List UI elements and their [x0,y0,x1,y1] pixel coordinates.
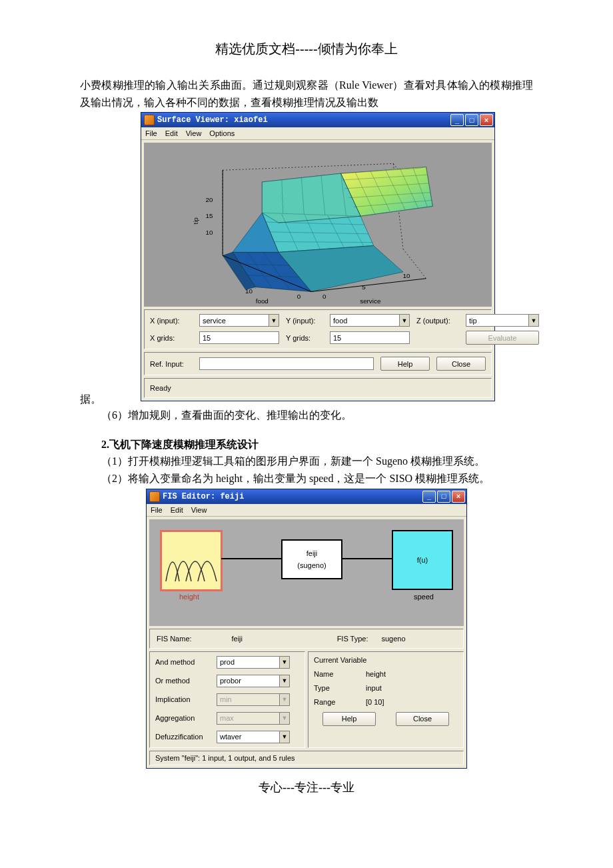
x-grids-field[interactable]: 15 [199,331,279,344]
window-title: FIS Editor: feiji [163,492,244,501]
status-bar: Ready [144,378,492,398]
ref-panel: Ref. Input: Help Close [144,352,492,375]
fis-center-box[interactable]: feiji (sugeno) [281,539,342,579]
maximize-button[interactable]: □ [437,491,450,503]
chevron-down-icon: ▼ [279,731,289,743]
x-input-combo[interactable]: service ▼ [199,314,279,327]
implication-label: Implication [155,695,211,703]
chevron-down-icon: ▼ [279,675,289,687]
fis-input-box[interactable] [160,530,223,591]
output-var-label: speed [394,593,453,601]
ref-input-label: Ref. Input: [150,360,193,368]
close-window-button[interactable]: × [480,114,493,126]
section-2-title: 2.飞机下降速度模糊推理系统设计 [80,436,533,453]
close-button[interactable]: Close [396,712,449,726]
page-header: 精选优质文档-----倾情为你奉上 [80,40,533,58]
or-method-combo[interactable]: probor ▼ [217,675,290,687]
svg-text:food: food [256,297,269,305]
aggregation-label: Aggregation [155,714,211,722]
y-grids-label: Y grids: [286,334,323,342]
input-var-label: height [160,593,219,601]
help-button[interactable]: Help [380,357,430,371]
or-method-label: Or method [155,677,211,685]
close-window-button[interactable]: × [452,491,465,503]
surface-plot[interactable]: 10 15 20 tip 10 5 0 food 0 5 10 service [144,143,492,307]
paragraph-step2: （2）将输入变量命名为 height，输出变量为 speed，这是一个 SISO… [80,470,533,487]
y-input-combo[interactable]: food ▼ [330,314,410,327]
menu-edit[interactable]: Edit [171,506,183,514]
z-output-combo[interactable]: tip ▼ [466,314,539,327]
paragraph-1-tail: 据。 [80,393,101,407]
minimize-button[interactable]: _ [422,491,436,503]
menubar: File Edit View [147,504,466,517]
menu-file[interactable]: File [151,506,163,514]
chevron-down-icon: ▼ [399,315,409,326]
implication-combo: min ▼ [217,693,290,706]
cv-type-value: input [366,684,458,692]
fis-name-label: FIS Name: [157,635,232,643]
controls-panel: X (input): service ▼ Y (input): food ▼ Z… [144,309,492,349]
status-bar: System "feiji": 1 input, 1 output, and 5… [149,751,464,765]
svg-text:15: 15 [205,212,213,219]
svg-text:5: 5 [362,284,366,291]
fis-name-row: FIS Name: feiji FIS Type: sugeno [149,629,464,649]
y-input-label: Y (input): [286,317,323,325]
and-method-label: And method [155,658,211,666]
fis-methods-panel: And method prod ▼ Or method probor ▼ Imp… [149,651,305,748]
minimize-button[interactable]: _ [450,114,464,126]
y-grids-field[interactable]: 15 [330,331,410,344]
paragraph-1: 小费模糊推理的输入输出关系曲面。通过规则观察器（Rule Viewer）查看对具… [80,77,533,111]
svg-text:0: 0 [322,293,326,300]
surface-viewer-window: Surface Viewer: xiaofei _ □ × File Edit … [141,112,495,401]
app-icon [149,491,160,502]
svg-text:10: 10 [205,229,213,236]
svg-text:tip: tip [192,217,199,225]
cv-range-value: [0 10] [366,698,458,706]
paragraph-6: （6）增加规则，查看曲面的变化、推理输出的变化。 [80,407,533,424]
connector-line [341,558,398,559]
evaluate-button[interactable]: Evaluate [466,331,539,345]
menu-view[interactable]: View [191,506,207,514]
maximize-button[interactable]: □ [465,114,478,126]
x-input-label: X (input): [150,317,193,325]
svg-text:10: 10 [402,272,410,279]
defuzz-combo[interactable]: wtaver ▼ [217,731,290,743]
fis-type-label: (sugeno) [297,561,326,569]
cv-range-label: Range [314,698,362,706]
menu-options[interactable]: Options [209,129,235,137]
cv-name-value: height [366,670,458,678]
fis-type-label: FIS Type: [306,635,382,643]
cv-heading: Current Variable [314,656,458,664]
menu-file[interactable]: File [145,129,157,137]
fis-editor-window: FIS Editor: feiji _ □ × File Edit View [146,489,467,769]
surface-3d-chart: 10 15 20 tip 10 5 0 food 0 5 10 service [144,143,492,307]
fis-type-value: sugeno [382,635,457,643]
window-title: Surface Viewer: xiaofei [157,115,268,125]
fis-output-box[interactable]: f(u) [392,530,453,590]
chevron-down-icon: ▼ [269,315,279,326]
aggregation-combo: max ▼ [217,712,290,725]
and-method-combo[interactable]: prod ▼ [217,656,290,669]
chevron-down-icon: ▼ [528,315,538,326]
close-button[interactable]: Close [436,357,486,371]
chevron-down-icon: ▼ [279,694,289,705]
fis-name-value: feiji [232,635,307,643]
titlebar[interactable]: Surface Viewer: xiaofei _ □ × [141,113,494,127]
mf-curves-icon [165,537,218,584]
menu-view[interactable]: View [186,129,202,137]
menubar: File Edit View Options [141,127,494,140]
svg-line-0 [223,164,393,171]
cv-type-label: Type [314,684,362,692]
menu-edit[interactable]: Edit [165,129,178,137]
titlebar[interactable]: FIS Editor: feiji _ □ × [147,489,466,504]
help-button[interactable]: Help [322,712,376,726]
fis-diagram[interactable]: height feiji (sugeno) f(u) speed [149,519,464,626]
ref-input-field[interactable] [199,357,374,370]
app-icon [144,115,155,125]
paragraph-step1: （1）打开模糊推理逻辑工具箱的图形用户界面，新建一个 Sugeno 模糊推理系统… [80,453,533,470]
chevron-down-icon: ▼ [279,657,289,668]
svg-text:20: 20 [205,196,213,203]
output-fn-label: f(u) [417,556,428,564]
svg-text:0: 0 [297,293,301,300]
z-output-label: Z (output): [416,317,459,325]
